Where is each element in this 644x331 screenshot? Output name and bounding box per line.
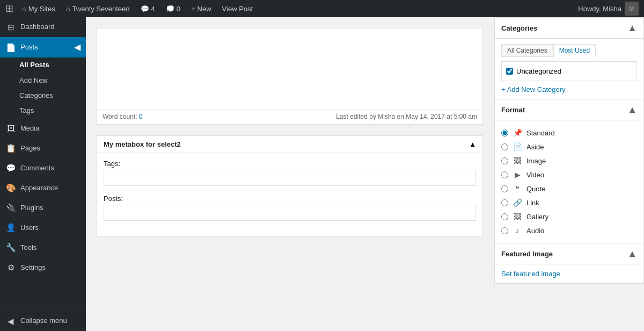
add-new-category-link[interactable]: + Add New Category	[501, 85, 637, 93]
posts-label: Posts:	[104, 195, 476, 203]
settings-icon: ⚙	[5, 262, 16, 273]
sidebar-item-label: Comments	[20, 163, 54, 173]
sidebar-item-all-posts[interactable]: All Posts	[19, 57, 86, 73]
sidebar-item-settings[interactable]: ⚙ Settings	[0, 257, 86, 277]
format-option-audio: ♪ Audio	[501, 224, 637, 238]
set-featured-image-link[interactable]: Set featured image	[501, 270, 560, 278]
sidebar-item-dashboard[interactable]: ⊟ Dashboard	[0, 17, 86, 37]
tags-label: Tags:	[104, 160, 476, 168]
sidebar-item-plugins[interactable]: 🔌 Plugins	[0, 198, 86, 218]
format-label-aside: Aside	[526, 143, 544, 151]
posts-submenu: All Posts Add New Categories Tags	[0, 57, 86, 118]
sidebar-item-tags[interactable]: Tags	[19, 103, 86, 118]
dashboard-icon: ⊟	[5, 21, 16, 33]
chevron-right-icon: ◀	[74, 41, 80, 53]
sidebar-item-appearance[interactable]: 🎨 Appearance	[0, 178, 86, 198]
sidebar-item-add-new[interactable]: Add New	[19, 73, 86, 88]
posts-icon: 📄	[5, 42, 16, 53]
format-panel: Format ▲ 📌 Standard 📄 Aside	[494, 99, 644, 243]
format-label-gallery: Gallery	[526, 213, 548, 221]
adminbar-right: Howdy, Misha M	[578, 2, 639, 16]
format-label-audio: Audio	[526, 227, 544, 235]
right-sidebar: Categories ▲ All Categories Most Used	[494, 17, 644, 331]
content-area: Word count: 0 Last edited by Misha on Ma…	[86, 17, 644, 331]
word-count-bar: Word count: 0 Last edited by Misha on Ma…	[97, 109, 482, 124]
comments-icon: 💬	[141, 5, 149, 13]
sidebar-item-label: Media	[20, 124, 39, 133]
comments-icon: 💬	[5, 162, 16, 174]
tags-input[interactable]	[104, 170, 476, 186]
user-menu[interactable]: Howdy, Misha M	[578, 2, 639, 16]
sidebar-item-tools[interactable]: 🔧 Tools	[0, 238, 86, 257]
view-post-link[interactable]: View Post	[218, 0, 258, 17]
sidebar-collapse: ◀ Collapse menu	[0, 311, 86, 331]
sidebar-item-categories[interactable]: Categories	[19, 88, 86, 103]
sidebar-item-label: Dashboard	[20, 22, 55, 32]
format-option-quote: ❝ Quote	[501, 182, 637, 196]
comments-count[interactable]: 💬 4	[136, 0, 159, 17]
categories-panel-header[interactable]: Categories ▲	[495, 18, 643, 39]
uncategorized-checkbox[interactable]	[506, 68, 513, 75]
format-panel-header[interactable]: Format ▲	[495, 99, 643, 120]
format-panel-body: 📌 Standard 📄 Aside 🖼 Image	[495, 120, 643, 243]
sidebar-item-pages[interactable]: 📋 Pages	[0, 138, 86, 158]
format-option-standard: 📌 Standard	[501, 126, 637, 140]
bubble-icon: 💭	[166, 5, 174, 13]
sidebar-item-users[interactable]: 👤 Users	[0, 218, 86, 238]
categories-panel-title: Categories	[501, 24, 537, 32]
users-icon: 👤	[5, 222, 16, 233]
format-option-aside: 📄 Aside	[501, 140, 637, 154]
site-home-icon: ⌂	[66, 5, 70, 13]
metabox-header[interactable]: My metabox for select2 ▲	[97, 136, 482, 153]
format-radio-audio[interactable]	[501, 227, 508, 234]
format-toggle-icon[interactable]: ▲	[627, 105, 637, 114]
my-sites-menu[interactable]: ⌂ My Sites	[18, 0, 60, 17]
main-layout: ⊟ Dashboard 📄 Posts ◀ All Posts Add New …	[0, 17, 644, 331]
video-icon: ▶	[513, 170, 522, 179]
view-post-label: View Post	[222, 5, 253, 13]
new-label: New	[197, 5, 211, 13]
format-radio-quote[interactable]	[501, 185, 508, 192]
tab-all-categories[interactable]: All Categories	[501, 44, 553, 57]
collapse-icon: ◀	[5, 315, 16, 327]
sidebar-item-label: Settings	[20, 263, 46, 272]
format-radio-video[interactable]	[501, 171, 508, 178]
site-name-menu[interactable]: ⌂ Twenty Seventeen	[62, 0, 134, 17]
posts-input[interactable]	[104, 205, 476, 221]
categories-toggle-icon[interactable]: ▲	[627, 23, 637, 33]
sidebar-item-media[interactable]: 🖼 Media	[0, 118, 86, 138]
format-radio-link[interactable]	[501, 199, 508, 206]
sidebar: ⊟ Dashboard 📄 Posts ◀ All Posts Add New …	[0, 17, 86, 331]
sidebar-item-comments[interactable]: 💬 Comments	[0, 158, 86, 178]
editor-content[interactable]	[97, 28, 482, 109]
bubbles-number: 0	[177, 5, 180, 13]
link-icon: 🔗	[513, 198, 522, 207]
site-name-label: Twenty Seventeen	[72, 5, 130, 13]
format-radio-image[interactable]	[501, 157, 508, 164]
featured-image-toggle-icon[interactable]: ▲	[627, 249, 637, 258]
collapse-menu-button[interactable]: ◀ Collapse menu	[0, 311, 86, 331]
bubbles-count[interactable]: 💭 0	[162, 0, 185, 17]
sidebar-item-posts[interactable]: 📄 Posts ◀	[0, 37, 86, 57]
featured-image-panel-header[interactable]: Featured Image ▲	[495, 243, 643, 264]
plus-icon: +	[191, 5, 195, 13]
format-radio-gallery[interactable]	[501, 213, 508, 220]
format-radio-aside[interactable]	[501, 143, 508, 150]
collapse-label: Collapse menu	[20, 316, 67, 326]
word-count-text: Word count: 0	[103, 113, 143, 120]
format-option-link: 🔗 Link	[501, 196, 637, 210]
format-radio-standard[interactable]	[501, 129, 508, 136]
my-sites-label: My Sites	[28, 5, 55, 13]
wp-logo[interactable]: ⊞	[5, 3, 13, 15]
format-label-image: Image	[526, 157, 546, 165]
editor-box: Word count: 0 Last edited by Misha on Ma…	[97, 28, 483, 125]
gallery-icon: 🖼	[513, 212, 522, 221]
category-tabs: All Categories Most Used	[501, 44, 637, 57]
format-label-quote: Quote	[526, 185, 545, 193]
word-count-label: Word count:	[103, 113, 137, 120]
avatar: M	[625, 2, 639, 16]
image-icon: 🖼	[513, 156, 522, 165]
metabox-toggle-icon[interactable]: ▲	[469, 140, 476, 148]
new-menu[interactable]: + New	[187, 0, 216, 17]
tab-most-used[interactable]: Most Used	[553, 44, 596, 57]
